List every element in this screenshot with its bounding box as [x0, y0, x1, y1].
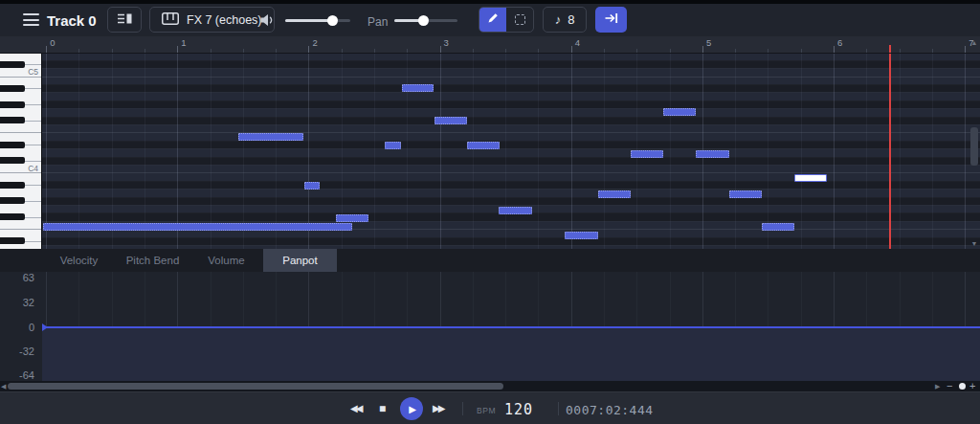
piano-roll[interactable]: C5C4	[0, 54, 980, 249]
midi-note[interactable]	[336, 214, 368, 222]
tab-velocity[interactable]: Velocity	[42, 249, 116, 272]
pan-slider[interactable]	[394, 19, 457, 22]
midi-editor-app: Track 0 FX 7 (echoes) Pan	[0, 0, 980, 424]
measure-tick	[571, 46, 572, 53]
measure-tick	[46, 46, 47, 53]
beat-tick	[374, 49, 375, 53]
volume-slider-thumb[interactable]	[327, 15, 338, 26]
beat-tick	[211, 49, 212, 53]
midi-note[interactable]	[598, 190, 631, 198]
stop-icon[interactable]: ■	[379, 402, 386, 415]
panpot-graph[interactable]: 63320-32-64	[0, 272, 980, 381]
midi-note[interactable]	[762, 223, 794, 231]
transport-bar: ◀◀ ■ ▶ ▶▶ BPM 120 0007:02:444	[0, 391, 980, 424]
measure-tick	[440, 46, 441, 53]
beat-tick	[78, 49, 79, 53]
ruler-measure-label: 4	[575, 37, 580, 48]
note-layer	[0, 54, 980, 249]
speaker-icon[interactable]	[259, 12, 276, 32]
panpot-fill-area	[42, 327, 980, 381]
vertical-scrollbar-thumb[interactable]	[970, 127, 978, 166]
midi-note[interactable]	[304, 182, 320, 190]
beat-tick	[735, 49, 736, 53]
selection-tool-button[interactable]	[506, 8, 533, 32]
fast-forward-icon[interactable]: ▶▶	[433, 403, 443, 413]
midi-note[interactable]	[696, 150, 729, 158]
beat-tick	[145, 49, 145, 53]
beat-tick	[505, 49, 506, 53]
jump-to-playhead-icon	[604, 11, 619, 29]
panpot-value-line[interactable]	[42, 326, 980, 328]
toolbar: Track 0 FX 7 (echoes) Pan	[0, 4, 980, 36]
rewind-icon[interactable]: ◀◀	[350, 403, 361, 413]
beat-tick	[900, 49, 901, 53]
note-duration-value: 8	[568, 12, 574, 27]
horizontal-scrollbar-thumb[interactable]	[8, 383, 503, 390]
midi-note[interactable]	[43, 223, 352, 231]
beat-tick	[538, 49, 539, 53]
menu-icon[interactable]	[23, 13, 39, 26]
volume-slider-fill	[285, 19, 333, 22]
pan-slider-thumb[interactable]	[418, 15, 429, 26]
beat-tick	[473, 49, 474, 53]
zoom-level-handle[interactable]	[959, 383, 966, 390]
midi-note[interactable]	[565, 232, 598, 239]
vertical-scrollbar[interactable]: ▲ ▼	[969, 37, 980, 249]
beat-tick	[932, 49, 933, 53]
midi-note[interactable]	[402, 84, 434, 92]
tab-panpot[interactable]: Panpot	[263, 249, 337, 272]
value-axis: 63320-32-64	[0, 272, 42, 381]
play-button[interactable]: ▶	[400, 397, 423, 420]
bpm-label: BPM	[477, 406, 496, 415]
midi-note[interactable]	[385, 142, 401, 149]
tab-volume[interactable]: Volume	[189, 249, 263, 272]
beat-tick	[112, 49, 113, 53]
arrangement-view-icon	[117, 11, 132, 29]
beat-tick	[670, 49, 671, 53]
measure-tick	[834, 46, 835, 53]
instrument-button[interactable]: FX 7 (echoes)	[149, 7, 275, 33]
scroll-right-icon[interactable]: ▶	[935, 383, 940, 391]
note-duration-button[interactable]: ♪ 8	[543, 7, 587, 33]
pencil-icon	[486, 11, 500, 29]
midi-note[interactable]	[631, 150, 663, 158]
selection-marquee-icon	[515, 14, 525, 25]
midi-note[interactable]	[238, 133, 303, 141]
measure-tick	[702, 46, 703, 53]
beat-tick	[636, 49, 637, 53]
auto-scroll-button[interactable]	[595, 7, 627, 33]
horizontal-scrollbar[interactable]: ◀ ▶ − +	[0, 381, 980, 391]
midi-note[interactable]	[434, 117, 467, 124]
ruler-measure-label: 5	[706, 37, 711, 48]
midi-note[interactable]	[729, 190, 762, 198]
bpm-value[interactable]: 120	[504, 401, 533, 418]
tab-pitch-bend[interactable]: Pitch Bend	[116, 249, 189, 272]
playhead	[889, 54, 891, 249]
measure-tick	[965, 46, 966, 53]
axis-tick-label: 63	[0, 272, 34, 283]
playhead-ruler-tick	[889, 45, 891, 53]
scroll-left-icon[interactable]: ◀	[1, 383, 6, 391]
pencil-tool-button[interactable]	[479, 8, 506, 32]
instrument-name: FX 7 (echoes)	[187, 13, 262, 27]
ruler-measure-label: 0	[50, 37, 55, 48]
zoom-out-icon[interactable]: −	[947, 380, 952, 391]
scroll-up-icon[interactable]: ▲	[969, 39, 980, 46]
eighth-note-icon: ♪	[555, 12, 562, 27]
zoom-in-icon[interactable]: +	[969, 380, 975, 391]
scroll-down-icon[interactable]: ▼	[969, 240, 980, 247]
track-name[interactable]: Track 0	[47, 12, 97, 29]
beat-tick	[768, 49, 768, 53]
midi-note[interactable]	[663, 108, 696, 116]
ruler-measure-label: 3	[444, 37, 449, 48]
time-display: 0007:02:444	[566, 403, 654, 417]
midi-note-selected[interactable]	[794, 174, 827, 182]
midi-note[interactable]	[467, 142, 500, 149]
timeline-ruler[interactable]: 01234567	[0, 36, 980, 54]
ruler-measure-label: 2	[312, 37, 317, 48]
track-list-toggle-button[interactable]	[107, 7, 142, 33]
beat-tick	[276, 49, 277, 53]
control-pane-tabs: VelocityPitch BendVolumePanpot	[0, 249, 980, 272]
volume-slider[interactable]	[285, 19, 350, 22]
midi-note[interactable]	[499, 207, 532, 214]
